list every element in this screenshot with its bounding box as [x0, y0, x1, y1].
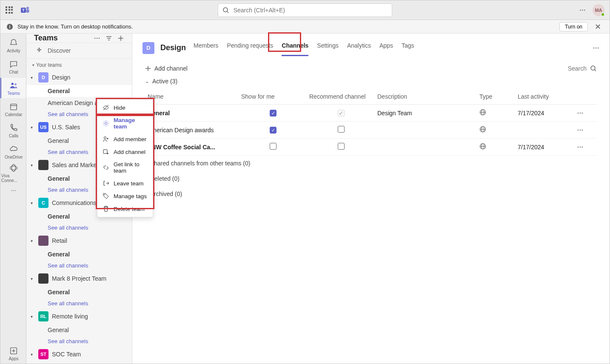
- menu-add-channel[interactable]: Add channel: [97, 145, 153, 158]
- team-row[interactable]: ▾DDesign: [26, 70, 132, 85]
- rail-calendar[interactable]: Calendar: [0, 99, 26, 119]
- rail-viva[interactable]: Viva Conne...: [0, 163, 26, 183]
- rail-more[interactable]: ···: [0, 184, 26, 197]
- see-all-channels[interactable]: See all channels: [26, 260, 132, 271]
- channel-name: General: [148, 110, 237, 117]
- more-options-icon[interactable]: ···: [94, 35, 100, 42]
- svg-rect-3: [26, 9, 29, 13]
- discover-button[interactable]: Discover: [26, 43, 132, 59]
- tab-settings[interactable]: Settings: [317, 40, 339, 56]
- team-row[interactable]: ▾Retail: [26, 233, 132, 248]
- row-more-icon[interactable]: ···: [577, 110, 594, 117]
- search-input[interactable]: [234, 7, 388, 14]
- table-header: Name Show for me Recommend channel Descr…: [145, 89, 597, 105]
- last-activity: 7/17/2024: [518, 110, 573, 117]
- show-checkbox[interactable]: [270, 143, 276, 150]
- channel-search-input[interactable]: [544, 65, 587, 72]
- svg-line-5: [227, 11, 228, 13]
- app-rail: Activity Chat Teams Calendar Calls OneDr…: [0, 34, 26, 364]
- team-row[interactable]: ▾STSOC Team: [26, 347, 132, 362]
- row-more-icon[interactable]: ···: [577, 144, 594, 151]
- app-launcher-icon[interactable]: [6, 6, 13, 14]
- notification-text: Stay in the know. Turn on desktop notifi…: [17, 23, 133, 30]
- channel-search[interactable]: [544, 65, 597, 72]
- svg-point-37: [104, 137, 106, 139]
- svg-rect-10: [11, 104, 17, 110]
- turn-on-button[interactable]: Turn on: [559, 22, 588, 31]
- menu-leave-team[interactable]: Leave team: [97, 177, 153, 190]
- rail-calls[interactable]: Calls: [0, 120, 26, 141]
- show-checkbox[interactable]: ✓: [270, 127, 276, 134]
- channel-row[interactable]: General: [26, 324, 132, 336]
- main-content: D Design Members Pending requests Channe…: [132, 34, 610, 364]
- see-all-channels[interactable]: See all channels: [26, 336, 132, 347]
- rail-activity[interactable]: Activity: [0, 35, 26, 56]
- channel-name: PNW Coffee Social Ca...: [148, 144, 237, 151]
- menu-manage-team[interactable]: Manage team: [97, 114, 153, 133]
- avatar-initials: MA: [595, 8, 602, 13]
- deleted-section[interactable]: ›Deleted (0): [145, 171, 597, 186]
- svg-point-4: [223, 8, 228, 12]
- svg-text:i: i: [9, 24, 10, 29]
- menu-add-member[interactable]: Add member: [97, 133, 153, 145]
- svg-point-8: [11, 82, 14, 85]
- tab-pending[interactable]: Pending requests: [227, 40, 273, 56]
- row-more-icon[interactable]: ···: [577, 127, 594, 134]
- see-all-channels[interactable]: See all channels: [26, 298, 132, 309]
- user-avatar[interactable]: MA: [593, 4, 604, 16]
- rail-apps[interactable]: Apps: [0, 343, 26, 364]
- rail-onedrive[interactable]: OneDrive: [0, 142, 26, 162]
- globe-icon: [479, 143, 513, 151]
- tab-channels[interactable]: Channels: [282, 40, 308, 56]
- svg-point-36: [105, 122, 107, 125]
- channel-row[interactable]: General: [26, 362, 132, 364]
- channel-row[interactable]: General: [26, 248, 132, 260]
- table-row: PNW Coffee Social Ca... 7/17/2024 ···: [145, 139, 597, 156]
- recommend-checkbox[interactable]: [338, 143, 345, 150]
- close-icon[interactable]: ✕: [592, 22, 604, 31]
- add-channel-button[interactable]: Add channel: [145, 63, 188, 74]
- sidebar-title: Teams: [34, 34, 58, 43]
- search-icon: [590, 65, 597, 72]
- recommend-checkbox[interactable]: [338, 126, 345, 133]
- svg-point-2: [26, 7, 29, 9]
- filter-icon[interactable]: [105, 35, 112, 42]
- rail-teams[interactable]: Teams: [0, 78, 26, 98]
- team-row[interactable]: ▾RLRemote living: [26, 309, 132, 324]
- channel-description: Design Team: [377, 110, 475, 117]
- svg-point-9: [14, 83, 17, 85]
- add-team-icon[interactable]: [117, 35, 124, 42]
- your-teams-label[interactable]: ▾Your teams: [26, 59, 132, 70]
- see-all-channels[interactable]: See all channels: [26, 222, 132, 233]
- team-context-menu: Hide Manage team Add member Add channel …: [97, 99, 153, 217]
- channel-name: American Design awards: [148, 127, 237, 134]
- shared-section[interactable]: ›Shared channels from other teams (0): [145, 156, 597, 171]
- more-icon[interactable]: ···: [579, 7, 586, 14]
- menu-delete-team[interactable]: Delete team: [97, 202, 153, 215]
- tab-members[interactable]: Members: [194, 40, 218, 56]
- channel-row[interactable]: General: [26, 286, 132, 298]
- tab-analytics[interactable]: Analytics: [347, 40, 371, 56]
- plus-icon: [145, 65, 151, 71]
- table-row: American Design awards ✓ ···: [145, 122, 597, 139]
- top-bar: T ··· MA: [0, 0, 610, 20]
- team-more-icon[interactable]: ···: [593, 45, 599, 51]
- show-checkbox[interactable]: ✓: [270, 110, 276, 117]
- rail-chat[interactable]: Chat: [0, 57, 26, 77]
- svg-rect-40: [103, 150, 107, 154]
- tab-tags[interactable]: Tags: [402, 40, 414, 56]
- menu-hide[interactable]: Hide: [97, 101, 153, 114]
- archived-section[interactable]: ›Archived (0): [145, 186, 597, 202]
- svg-line-25: [595, 70, 596, 71]
- last-activity: 7/17/2024: [518, 144, 573, 151]
- channel-row[interactable]: General: [26, 85, 132, 97]
- search-box[interactable]: [218, 3, 392, 17]
- tab-apps[interactable]: Apps: [379, 40, 393, 56]
- menu-get-link[interactable]: Get link to team: [97, 158, 153, 177]
- menu-manage-tags[interactable]: Manage tags: [97, 190, 153, 202]
- active-section[interactable]: ⌄Active (3): [145, 74, 597, 89]
- recommend-checkbox: ✓: [338, 110, 345, 117]
- svg-point-13: [11, 165, 15, 172]
- search-icon: [222, 7, 229, 14]
- team-row[interactable]: ▾Mark 8 Project Team: [26, 271, 132, 286]
